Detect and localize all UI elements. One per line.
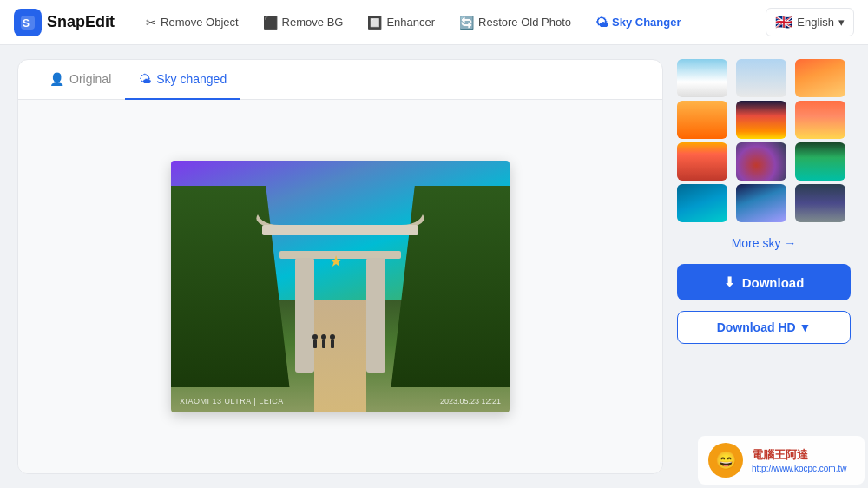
sky-thumb-10[interactable] bbox=[677, 184, 727, 222]
sky-grid bbox=[677, 59, 851, 222]
logo-text: SnapEdit bbox=[47, 13, 115, 31]
svg-rect-8 bbox=[313, 340, 317, 348]
watermark-url: http://www.kocpc.com.tw bbox=[752, 464, 854, 473]
sky-thumb-5[interactable] bbox=[736, 101, 786, 139]
editor-area: 👤 Original 🌤 Sky changed bbox=[17, 59, 663, 474]
watermark-avatar: 😄 bbox=[708, 443, 743, 478]
sky-thumb-12[interactable] bbox=[795, 184, 845, 222]
main-nav: ✂ Remove Object ⬛ Remove BG 🔲 Enhancer 🔄… bbox=[135, 10, 766, 35]
photo-meta-right: 2023.05.23 12:21 bbox=[440, 397, 501, 406]
editor-tabs: 👤 Original 🌤 Sky changed bbox=[18, 60, 662, 100]
svg-point-7 bbox=[312, 334, 318, 340]
main-content: 👤 Original 🌤 Sky changed bbox=[0, 45, 868, 488]
tab-original[interactable]: 👤 Original bbox=[36, 60, 125, 100]
photo-scene: ★ XIAOMI 13 ULTR bbox=[171, 161, 510, 412]
sky-thumb-8[interactable] bbox=[736, 142, 786, 181]
chevron-down-icon: ▾ bbox=[838, 16, 845, 29]
watermark-overlay: 😄 電腦王阿達 http://www.kocpc.com.tw bbox=[698, 436, 865, 485]
sidebar: More sky → ⬇ Download Download HD ▼ 😄 電腦… bbox=[677, 59, 851, 474]
nav-remove-object[interactable]: ✂ Remove Object bbox=[135, 10, 249, 35]
download-icon: ⬇ bbox=[724, 274, 735, 290]
sky-thumb-3[interactable] bbox=[795, 59, 845, 97]
sky-thumb-7[interactable] bbox=[677, 142, 727, 181]
more-sky-link[interactable]: More sky → bbox=[677, 233, 851, 254]
sky-changed-tab-icon: 🌤 bbox=[139, 72, 151, 86]
image-container: ★ XIAOMI 13 ULTR bbox=[18, 100, 662, 473]
sky-thumb-11[interactable] bbox=[736, 184, 786, 222]
enhancer-icon: 🔲 bbox=[367, 16, 382, 30]
svg-rect-10 bbox=[322, 340, 326, 348]
sky-thumb-2[interactable] bbox=[736, 59, 786, 97]
logo[interactable]: S SnapEdit bbox=[14, 9, 115, 36]
language-button[interactable]: 🇬🇧 English ▾ bbox=[766, 8, 854, 36]
sky-thumb-1[interactable] bbox=[677, 59, 727, 97]
nav-restore-old-photo[interactable]: 🔄 Restore Old Photo bbox=[449, 10, 582, 35]
people-silhouettes bbox=[302, 333, 345, 367]
sky-thumb-4[interactable] bbox=[677, 101, 727, 139]
nav-enhancer[interactable]: 🔲 Enhancer bbox=[357, 10, 445, 35]
svg-text:★: ★ bbox=[329, 253, 343, 270]
svg-point-11 bbox=[330, 334, 335, 340]
remove-bg-icon: ⬛ bbox=[263, 16, 278, 30]
svg-rect-5 bbox=[366, 258, 385, 373]
header: S SnapEdit ✂ Remove Object ⬛ Remove BG 🔲… bbox=[0, 0, 868, 45]
scissors-icon: ✂ bbox=[146, 16, 156, 30]
download-hd-button[interactable]: Download HD ▼ bbox=[677, 311, 851, 344]
original-tab-icon: 👤 bbox=[49, 72, 64, 86]
logo-icon: S bbox=[14, 9, 42, 36]
sky-thumb-6[interactable] bbox=[795, 101, 845, 139]
nav-remove-bg[interactable]: ⬛ Remove BG bbox=[253, 10, 354, 35]
nav-sky-changer[interactable]: 🌤 Sky Changer bbox=[585, 10, 691, 35]
svg-rect-12 bbox=[331, 340, 334, 348]
tab-sky-changed[interactable]: 🌤 Sky changed bbox=[125, 60, 240, 100]
svg-rect-2 bbox=[262, 225, 418, 235]
photo-meta-left: XIAOMI 13 ULTRA | LEICA bbox=[180, 397, 284, 406]
watermark-site: 電腦王阿達 bbox=[752, 448, 808, 461]
sky-thumb-9[interactable] bbox=[795, 142, 845, 181]
svg-text:S: S bbox=[23, 17, 30, 30]
download-button[interactable]: ⬇ Download bbox=[677, 264, 851, 300]
svg-point-9 bbox=[321, 334, 326, 340]
photo-wrapper: ★ XIAOMI 13 ULTR bbox=[171, 161, 510, 412]
sky-changer-icon: 🌤 bbox=[595, 16, 608, 30]
flag-icon: 🇬🇧 bbox=[775, 14, 792, 30]
restore-icon: 🔄 bbox=[459, 16, 474, 30]
